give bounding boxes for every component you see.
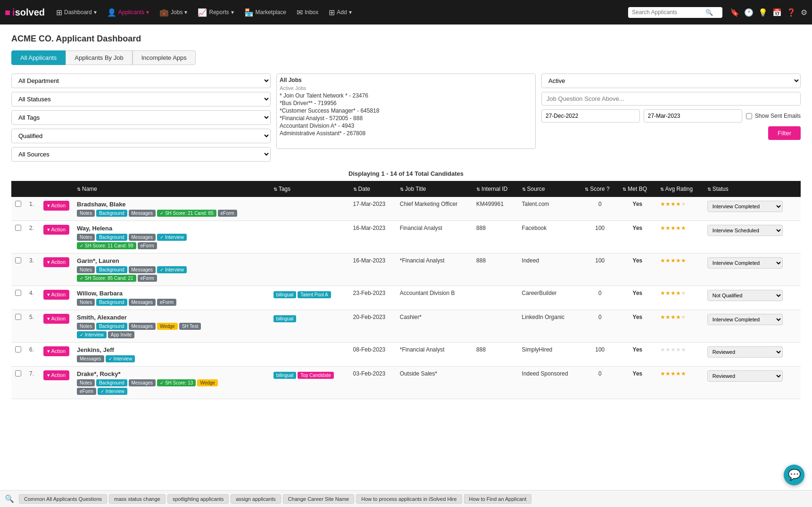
nav-jobs[interactable]: 💼 Jobs ▾: [156, 6, 191, 19]
bottom-link-0[interactable]: Common All Applicants Questions: [19, 494, 107, 504]
action-button[interactable]: ▾ Action: [43, 370, 69, 380]
col-tags[interactable]: ⇅Tags: [270, 181, 349, 197]
tab-all-applicants[interactable]: All Applicants: [11, 50, 66, 65]
action-button[interactable]: ▾ Action: [43, 346, 69, 356]
tag: Background: [96, 379, 127, 386]
col-source[interactable]: ⇅Source: [518, 181, 581, 197]
bottom-link-2[interactable]: spotlighting applicants: [167, 494, 229, 504]
action-button[interactable]: ▾ Action: [43, 201, 69, 211]
col-score[interactable]: ⇅Score ?: [581, 181, 619, 197]
status-select[interactable]: Interview CompletedInterview ScheduledNo…: [707, 346, 783, 358]
status-select[interactable]: Interview CompletedInterview ScheduledNo…: [707, 225, 783, 236]
float-tags-cell: bilingual: [270, 310, 349, 343]
applicant-name[interactable]: Way, Helena: [77, 225, 266, 232]
col-name[interactable]: ⇅Name: [73, 181, 270, 197]
statuses-filter[interactable]: All Statuses: [11, 92, 271, 106]
row-checkbox[interactable]: [15, 290, 21, 296]
col-status[interactable]: ⇅Status: [704, 181, 801, 197]
applicant-internal-id: 888: [472, 343, 518, 367]
applicant-cell: Bradshaw, BlakeNotesBackgroundMessages✓ …: [73, 197, 270, 221]
lightbulb-icon[interactable]: 💡: [758, 8, 768, 17]
col-avg-rating[interactable]: ⇅Avg Rating: [656, 181, 704, 197]
displaying-text: Displaying 1 - 14 of 14 Total Candidates: [11, 170, 801, 177]
col-internal-id[interactable]: ⇅Internal ID: [472, 181, 518, 197]
action-button[interactable]: ▾ Action: [43, 225, 69, 235]
main-content: ACME CO. Applicant Dashboard All Applica…: [0, 25, 812, 490]
action-button[interactable]: ▾ Action: [43, 290, 69, 300]
status-select[interactable]: Interview CompletedInterview ScheduledNo…: [707, 314, 783, 325]
bottom-link-5[interactable]: How to process applicants in iSolved Hir…: [356, 494, 462, 504]
jobs-list-box[interactable]: All Jobs Active Jobs * Join Our Talent N…: [276, 74, 536, 149]
date-from-input[interactable]: [541, 109, 640, 123]
job-item[interactable]: *Financial Analyst - 572005 - 888: [280, 114, 532, 122]
applicant-status-cell: Interview CompletedInterview ScheduledNo…: [704, 286, 801, 310]
applicant-name[interactable]: Drake*, Rocky*: [77, 370, 266, 377]
applicant-name[interactable]: Willow, Barbara: [77, 290, 266, 297]
applicant-internal-id: 888: [472, 254, 518, 286]
history-icon[interactable]: 🕐: [744, 8, 754, 17]
chat-bubble[interactable]: 💬: [784, 465, 804, 485]
row-checkbox[interactable]: [15, 346, 21, 352]
bookmark-icon[interactable]: 🔖: [730, 8, 739, 17]
nav-marketplace[interactable]: 🏪 Marketplace: [240, 6, 290, 19]
bottom-link-6[interactable]: How to Find an Applicant: [464, 494, 532, 504]
applicant-name[interactable]: Garin*, Lauren: [77, 257, 266, 264]
tab-incomplete-apps[interactable]: Incomplete Apps: [133, 50, 196, 65]
date-to-input[interactable]: [644, 109, 742, 123]
tab-applicants-by-job[interactable]: Applicants By Job: [66, 50, 132, 65]
status-filter[interactable]: Active: [541, 74, 801, 88]
bottom-bar: 🔍 Common All Applicants Questions mass s…: [0, 490, 812, 507]
applicant-name[interactable]: Smith, Alexander: [77, 314, 266, 321]
sources-filter[interactable]: All Sources: [11, 147, 271, 162]
job-item[interactable]: *Customer Success Manager* - 645818: [280, 107, 532, 114]
department-filter[interactable]: All Department: [11, 74, 271, 88]
col-met-bq[interactable]: ⇅Met BQ: [619, 181, 656, 197]
applicant-date: 08-Feb-2023: [349, 343, 396, 367]
score-input[interactable]: [541, 92, 801, 106]
search-input[interactable]: [632, 9, 703, 16]
qualified-filter[interactable]: Qualified: [11, 129, 271, 143]
filter-left-col: All Department All Statuses All Tags Qua…: [11, 74, 271, 162]
nav-reports[interactable]: 📈 Reports ▾: [194, 6, 237, 19]
status-select[interactable]: Interview CompletedInterview ScheduledNo…: [707, 257, 783, 269]
applicant-name[interactable]: Bradshaw, Blake: [77, 201, 266, 208]
search-bar[interactable]: 🔍: [628, 7, 722, 18]
job-item[interactable]: *Bus Driver** - 719956: [280, 99, 532, 107]
nav-applicants[interactable]: 👤 Applicants ▾: [103, 6, 153, 19]
status-select[interactable]: Interview CompletedInterview ScheduledNo…: [707, 370, 783, 382]
nav-inbox[interactable]: ✉ Inbox: [293, 6, 322, 19]
row-checkbox[interactable]: [15, 257, 21, 263]
row-checkbox[interactable]: [15, 370, 21, 376]
nav-add[interactable]: ⊞ Add ▾: [325, 6, 355, 19]
applicant-name[interactable]: Jenkins, Jeff: [77, 346, 266, 353]
settings-icon[interactable]: ⚙: [801, 8, 807, 17]
filter-button[interactable]: Filter: [768, 126, 801, 140]
row-checkbox[interactable]: [15, 314, 21, 320]
show-sent-emails-checkbox[interactable]: [746, 113, 752, 119]
nav-dashboard[interactable]: ⊞ Dashboard ▾: [52, 6, 100, 19]
applicant-job-title: Chief Marketing Officer: [396, 197, 472, 221]
col-job-title[interactable]: ⇅Job Title: [396, 181, 472, 197]
applicant-score: 0: [581, 310, 619, 343]
action-button[interactable]: ▾ Action: [43, 257, 69, 267]
help-icon[interactable]: ❓: [787, 8, 796, 17]
status-select[interactable]: Interview CompletedInterview ScheduledNo…: [707, 290, 783, 301]
row-checkbox[interactable]: [15, 201, 21, 207]
bottom-link-1[interactable]: mass status change: [109, 494, 166, 504]
status-select[interactable]: Interview CompletedInterview ScheduledNo…: [707, 201, 783, 212]
tags-filter[interactable]: All Tags: [11, 110, 271, 125]
job-item[interactable]: * Join Our Talent Network * - 23476: [280, 92, 532, 99]
action-button[interactable]: ▾ Action: [43, 314, 69, 324]
filter-middle-col: All Jobs Active Jobs * Join Our Talent N…: [276, 74, 536, 162]
bottom-link-4[interactable]: Change Career Site Name: [283, 494, 355, 504]
row-checkbox[interactable]: [15, 225, 21, 231]
calendar-icon[interactable]: 📅: [772, 8, 782, 17]
job-item[interactable]: Accountant Division A* - 4943: [280, 122, 532, 130]
reports-icon: 📈: [198, 8, 207, 17]
applicant-met-bq: Yes: [619, 310, 656, 343]
job-item[interactable]: Administrative Assistant* - 267808: [280, 130, 532, 137]
col-date[interactable]: ⇅Date: [349, 181, 396, 197]
bottom-link-3[interactable]: assign applicants: [231, 494, 281, 504]
tags-row: NotesBackgroundMessagesWedgeSH Test: [77, 323, 266, 330]
tag: Wedge: [157, 323, 178, 330]
